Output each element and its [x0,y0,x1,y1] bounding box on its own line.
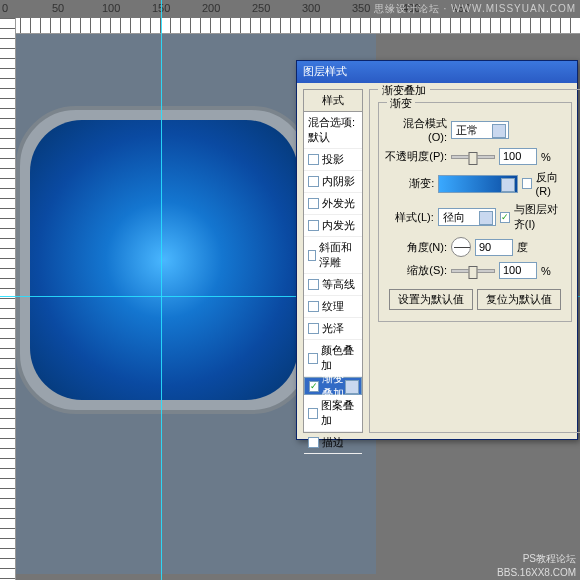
gradient-overlay-group: 渐变叠加 渐变 混合模式(O): 正常 不透明度(P): 100 % 渐变: [369,89,580,433]
scale-slider[interactable] [451,269,495,273]
angle-label: 角度(N): [385,240,447,255]
style-item-1[interactable]: 内阴影 [304,171,362,193]
style-checkbox[interactable] [308,353,318,364]
align-label: 与图层对齐(I) [514,202,565,232]
pct-label: % [541,151,551,163]
guide-vertical[interactable] [161,0,162,580]
style-item-label: 图案叠加 [321,398,358,428]
style-checkbox[interactable] [308,301,319,312]
style-select[interactable]: 径向 [438,208,496,226]
style-item-2[interactable]: 外发光 [304,193,362,215]
style-item-label: 等高线 [322,277,355,292]
deg-label: 度 [517,240,528,255]
style-item-label: 斜面和浮雕 [319,240,358,270]
scale-input[interactable]: 100 [499,262,537,279]
style-checkbox[interactable] [308,176,319,187]
style-item-label: 纹理 [322,299,344,314]
style-item-label: 外发光 [322,196,355,211]
dialog-titlebar[interactable]: 图层样式 [297,61,577,83]
style-item-11[interactable]: 描边 [304,432,362,454]
opacity-input[interactable]: 100 [499,148,537,165]
style-item-label: 渐变叠加 [322,371,347,401]
style-checkbox[interactable] [308,323,319,334]
gradient-inner-group: 渐变 混合模式(O): 正常 不透明度(P): 100 % 渐变: [378,102,572,322]
blend-mode-label: 混合模式(O): [385,116,447,143]
styles-list: 样式 混合选项:默认 投影内阴影外发光内发光斜面和浮雕等高线纹理光泽颜色叠加✓渐… [303,89,363,433]
style-item-label: 描边 [322,435,344,450]
styles-header: 样式 [304,90,362,112]
angle-dial[interactable] [451,237,471,257]
ruler-vertical[interactable] [0,18,16,580]
watermark-top: 思缘设计论坛 · WWW.MISSYUAN.COM [374,2,576,16]
reverse-checkbox[interactable] [522,178,531,189]
style-item-5[interactable]: 等高线 [304,274,362,296]
style-checkbox[interactable] [308,198,319,209]
style-item-label: 光泽 [322,321,344,336]
watermark-bottom-2: BBS.16XX8.COM [497,567,576,578]
layer-style-dialog: 图层样式 样式 混合选项:默认 投影内阴影外发光内发光斜面和浮雕等高线纹理光泽颜… [296,60,578,440]
inner-title: 渐变 [387,96,415,111]
angle-input[interactable]: 90 [475,239,513,256]
set-default-button[interactable]: 设置为默认值 [389,289,473,310]
style-item-3[interactable]: 内发光 [304,215,362,237]
style-checkbox[interactable] [308,437,319,448]
style-checkbox[interactable] [308,154,319,165]
style-item-label: 内发光 [322,218,355,233]
style-item-7[interactable]: 光泽 [304,318,362,340]
opacity-slider[interactable] [451,155,495,159]
style-checkbox[interactable]: ✓ [309,381,319,392]
style-checkbox[interactable] [308,279,319,290]
style-item-label: 内阴影 [322,174,355,189]
reverse-label: 反向(R) [536,170,566,197]
style-item-label: 颜色叠加 [321,343,358,373]
rounded-rect-shape [16,106,312,414]
style-checkbox[interactable] [308,408,318,419]
style-checkbox[interactable] [308,220,319,231]
style-item-9[interactable]: ✓渐变叠加 [304,377,362,395]
watermark-bottom-1: PS教程论坛 [523,552,576,566]
ruler-horizontal[interactable] [0,18,580,34]
style-label: 样式(L): [385,210,434,225]
style-checkbox[interactable] [308,250,316,261]
style-item-0[interactable]: 投影 [304,149,362,171]
align-checkbox[interactable]: ✓ [500,212,510,223]
opacity-label: 不透明度(P): [385,149,447,164]
style-item-4[interactable]: 斜面和浮雕 [304,237,362,274]
blend-mode-select[interactable]: 正常 [451,121,509,139]
pct-label-2: % [541,265,551,277]
gradient-label: 渐变: [385,176,434,191]
gradient-fill [30,120,298,400]
style-item-6[interactable]: 纹理 [304,296,362,318]
style-item-label: 投影 [322,152,344,167]
reset-default-button[interactable]: 复位为默认值 [477,289,561,310]
gradient-picker[interactable] [438,175,518,193]
blend-options-default[interactable]: 混合选项:默认 [304,112,362,149]
scale-label: 缩放(S): [385,263,447,278]
